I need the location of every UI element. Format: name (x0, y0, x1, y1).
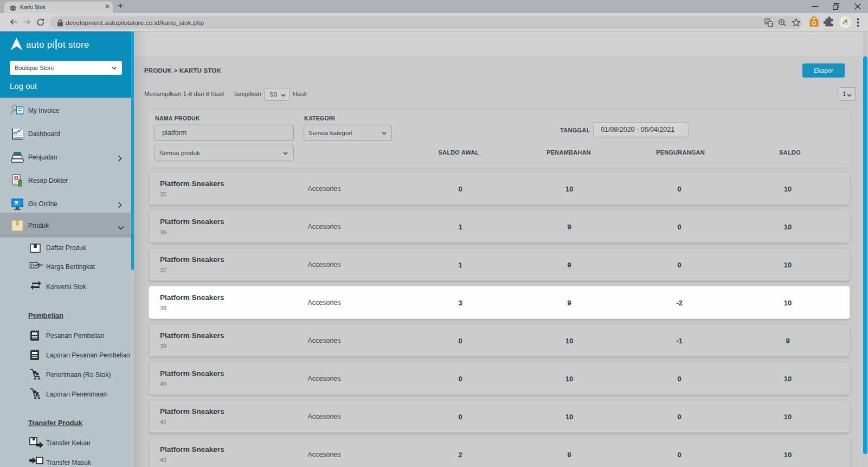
svg-text:RP: RP (31, 263, 37, 268)
svg-text:文: 文 (769, 22, 773, 27)
